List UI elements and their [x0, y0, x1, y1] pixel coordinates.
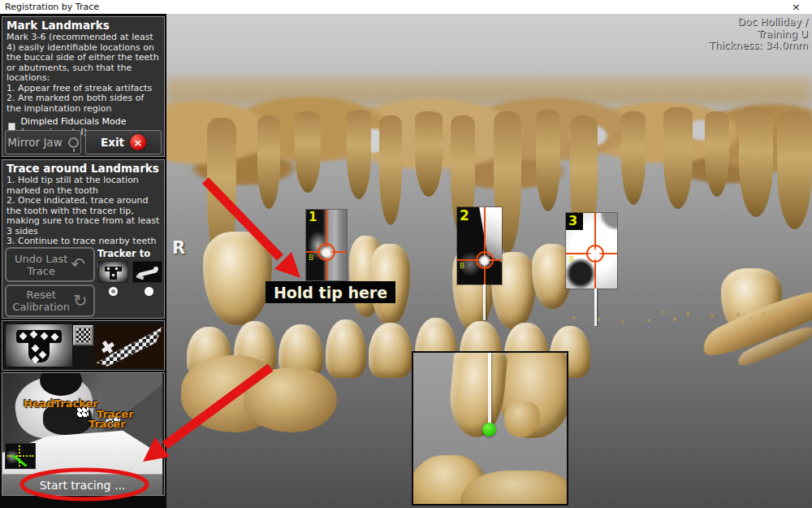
buccal-axis-label: B — [460, 262, 464, 270]
exit-button[interactable]: Exit × — [85, 130, 162, 154]
bone-root — [295, 111, 321, 193]
exit-label: Exit — [101, 136, 124, 149]
sidebar: Mark Landmarks Mark 3-6 (recommended at … — [0, 14, 166, 508]
lower-bone-mass — [244, 367, 337, 432]
window-title: Registration by Trace — [5, 2, 99, 12]
volume-3d-viewport[interactable]: R Doc Holliday / Training U Thickness: 3… — [166, 14, 812, 508]
bone-root — [415, 111, 443, 197]
mark-landmarks-item2: 2. Are marked on both sides of the impla… — [2, 93, 164, 114]
mirror-jaw-label: Mirror Jaw — [7, 136, 62, 149]
bone-debris — [662, 310, 665, 314]
landmark-circle — [586, 245, 604, 263]
window-titlebar: Registration by Trace × — [0, 0, 812, 14]
undo-last-trace-label: Undo Last Trace — [15, 253, 67, 277]
landmark-number: 2 — [460, 207, 469, 224]
trace-landmarks-item2: 2. Once indicated, trace around the toot… — [2, 196, 164, 237]
trace-landmarks-item1: 1. Hold tip still at the location marked… — [2, 176, 164, 196]
camera-crosshair-inset — [5, 443, 36, 469]
mirror-icon — [68, 137, 79, 148]
inset-crosshair-horizontal — [7, 455, 33, 457]
buccal-axis-label: B — [569, 255, 574, 263]
tracker-option-head-thumbnail[interactable] — [98, 261, 128, 283]
bone-debris — [572, 316, 576, 319]
landmark-circle — [476, 251, 494, 269]
bone-root — [739, 107, 773, 217]
bone-root — [705, 111, 729, 197]
tracer-tip-inset-view — [412, 351, 568, 506]
lower-tooth — [326, 319, 366, 378]
tracer-tip-line — [488, 353, 491, 429]
bone-root — [663, 107, 693, 209]
qr-pattern — [76, 328, 90, 342]
start-tracing-button[interactable]: Start tracing ... — [2, 474, 162, 495]
trace-landmarks-panel: Trace around Landmarks 1. Hold tip still… — [2, 159, 165, 319]
inset-crosshair-vertical — [19, 445, 20, 467]
camera-headtracker-label: HeadTracker — [24, 397, 98, 410]
trace-line — [594, 289, 597, 326]
landmark-circle — [317, 243, 335, 261]
buccal-axis-label: B — [309, 254, 313, 262]
mark-landmarks-intro: Mark 3-6 (recommended at least 4) easily… — [2, 33, 164, 84]
hold-tip-here-label: Hold tip here — [266, 281, 395, 303]
bone-root — [621, 111, 646, 205]
slab-thickness: Thickness: 34.0mm — [709, 40, 808, 52]
qr-code-icon — [73, 325, 93, 345]
mark-landmarks-title: Mark Landmarks — [2, 17, 164, 33]
landmark-panel-2: 2 B — [457, 207, 502, 284]
trace-landmarks-title: Trace around Landmarks — [2, 160, 164, 176]
mirror-jaw-button[interactable]: Mirror Jaw — [5, 130, 81, 154]
tracker-radio-head[interactable] — [109, 287, 118, 296]
bone-root — [257, 115, 280, 209]
reset-calibration-label: Reset Calibration — [12, 289, 70, 313]
reset-icon: ↻ — [73, 295, 88, 307]
tracer-shape — [153, 267, 158, 271]
reset-calibration-button[interactable]: Reset Calibration ↻ — [5, 284, 95, 317]
landmark-panel-1: 1 B — [306, 210, 347, 280]
patient-name: Doc Holliday / — [709, 16, 808, 28]
trace-line — [483, 284, 486, 320]
tracker-radio-tracer[interactable] — [145, 287, 153, 296]
tracer-tip-dot — [482, 423, 496, 436]
patient-info-overlay: Doc Holliday / Training U Thickness: 34.… — [709, 16, 808, 52]
bone-root — [777, 111, 812, 229]
camera-panel: HeadTracker Tracer Tracer Start tracing … — [2, 372, 165, 496]
bone-root — [536, 110, 560, 211]
bone-root — [347, 110, 371, 199]
top-button-row: Mirror Jaw Exit × — [5, 130, 162, 154]
undo-last-trace-button[interactable]: Undo Last Trace ↶ — [5, 247, 95, 282]
mark-landmarks-panel: Mark Landmarks Mark 3-6 (recommended at … — [2, 16, 165, 157]
bone-root — [379, 115, 402, 225]
landmark-number: 1 — [309, 210, 317, 224]
slice-gray-corner — [601, 213, 617, 229]
exit-x-icon: × — [130, 134, 146, 150]
tracer-reference-image — [95, 324, 164, 368]
camera-tracer-label-2: Tracer — [89, 418, 126, 430]
camera-view: HeadTracker Tracer Tracer — [2, 373, 162, 474]
tracker-reference-panel — [2, 320, 165, 371]
start-tracing-label: Start tracing ... — [40, 479, 126, 492]
tracker-option-tracer-thumbnail[interactable] — [132, 261, 162, 283]
patient-study: Training U — [709, 28, 808, 41]
upper-tooth — [203, 232, 272, 325]
crosshair-vertical — [484, 207, 486, 284]
lower-tooth — [369, 323, 412, 378]
undo-icon: ↶ — [71, 258, 85, 271]
inset-tooth — [447, 351, 508, 440]
landmark-panel-3: 3 B — [566, 213, 617, 289]
orientation-label: R — [172, 238, 185, 258]
landmark-number: 3 — [568, 213, 577, 228]
close-icon[interactable]: × — [792, 2, 801, 12]
head-tracker-reference-image — [6, 324, 72, 367]
app-window: Registration by Trace × Mark Landmarks M… — [0, 0, 812, 508]
